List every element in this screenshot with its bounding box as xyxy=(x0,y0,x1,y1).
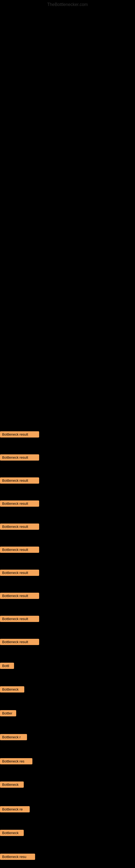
bottleneck-result-item[interactable]: Bottleneck result xyxy=(0,547,39,553)
bottleneck-result-item[interactable]: Bottler xyxy=(0,710,16,716)
bottleneck-result-item[interactable]: Bottl xyxy=(0,663,14,669)
bottleneck-result-item[interactable]: Bottleneck result xyxy=(0,431,39,437)
bottleneck-result-item[interactable]: Bottleneck result xyxy=(0,593,39,599)
bottleneck-result-item[interactable]: Bottleneck xyxy=(0,830,24,836)
bottleneck-result-item[interactable]: Bottleneck result xyxy=(0,477,39,484)
site-title: TheBottlenecker.com xyxy=(0,0,135,7)
bottleneck-result-item[interactable]: Bottleneck result xyxy=(0,524,39,530)
bottleneck-result-item[interactable]: Bottleneck xyxy=(0,781,24,788)
bottleneck-result-item[interactable]: Bottleneck result xyxy=(0,569,39,576)
bottleneck-result-item[interactable]: Bottleneck re xyxy=(0,806,30,812)
bottleneck-result-item[interactable]: Bottleneck res xyxy=(0,758,32,764)
bottleneck-result-item[interactable]: Bottleneck xyxy=(0,686,24,692)
bottleneck-result-item[interactable]: Bottleneck result xyxy=(0,616,39,622)
bottleneck-result-item[interactable]: Bottleneck r xyxy=(0,734,27,740)
bottleneck-result-item[interactable]: Bottleneck result xyxy=(0,454,39,461)
bottleneck-result-item[interactable]: Bottleneck result xyxy=(0,639,39,645)
bottleneck-result-item[interactable]: Bottleneck resu xyxy=(0,854,35,860)
bottleneck-result-item[interactable]: Bottleneck result xyxy=(0,500,39,507)
